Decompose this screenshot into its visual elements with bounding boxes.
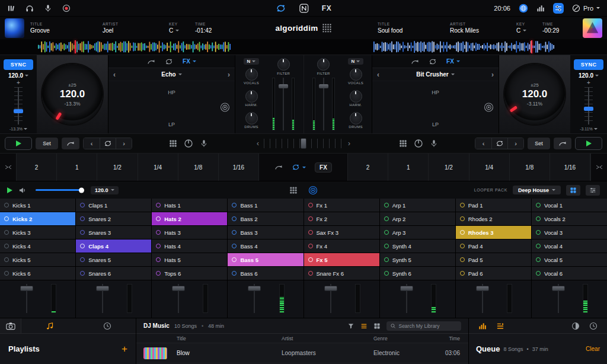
beat-length-1-4[interactable]: 1/4 xyxy=(469,154,510,181)
deck-b-album-art[interactable] xyxy=(583,18,602,38)
crossfader-right-arrow[interactable]: › xyxy=(348,140,350,147)
deck-a-quantize-button[interactable] xyxy=(62,138,79,149)
fader-handle[interactable] xyxy=(324,286,337,291)
beat-length-1-2[interactable]: 1/2 xyxy=(97,154,138,181)
deck-a-sync-button[interactable]: SYNC xyxy=(4,59,33,70)
looper-pad[interactable]: Fx 1 xyxy=(304,199,379,212)
fader-handle[interactable] xyxy=(476,286,489,291)
pitch-handle[interactable] xyxy=(584,107,593,111)
looper-pad[interactable]: Snares 5 xyxy=(76,253,151,267)
deck-b-play-button[interactable] xyxy=(575,137,602,150)
looper-pad[interactable]: Pad 1 xyxy=(456,199,531,212)
looper-pad[interactable]: Hats 5 xyxy=(152,253,227,267)
looper-pad[interactable]: Snares 3 xyxy=(76,226,151,240)
looper-pack-select[interactable]: Deep House xyxy=(513,186,561,194)
library-search[interactable] xyxy=(386,321,461,331)
looper-pad[interactable]: Hats 2 xyxy=(152,212,227,226)
deck-b-neural-button[interactable]: N xyxy=(348,58,364,65)
fader-handle[interactable] xyxy=(96,286,109,291)
header-title[interactable]: Title xyxy=(177,336,282,341)
pad-view-icon[interactable] xyxy=(289,186,298,194)
looper-pad[interactable]: Tops 6 xyxy=(152,267,227,280)
settings-icon[interactable] xyxy=(553,3,564,14)
header-time[interactable]: Time xyxy=(439,336,468,341)
record-icon[interactable] xyxy=(62,4,71,12)
deck-b-sync-button[interactable]: SYNC xyxy=(574,59,603,70)
looper-pad[interactable]: Vocal 3 xyxy=(532,226,607,240)
deck-b-harmonic-knob[interactable] xyxy=(350,90,362,103)
deck-b-quantize-button[interactable] xyxy=(554,138,571,149)
looper-pad[interactable]: Kicks 4 xyxy=(0,240,75,253)
quantize-icon[interactable] xyxy=(274,163,283,171)
looper-bpm-select[interactable]: 120.0 xyxy=(91,186,119,194)
track-row[interactable]: BlowLoopmastersElectronic03:06 xyxy=(136,343,468,363)
loop-halve-button[interactable]: ‹ xyxy=(475,138,491,149)
looper-pad[interactable]: Hats 4 xyxy=(152,240,227,253)
pads-icon[interactable] xyxy=(169,139,177,148)
deck-b-crossfade-assign[interactable] xyxy=(590,154,607,181)
add-playlist-button[interactable]: + xyxy=(122,344,127,354)
fx-beat-button[interactable]: FX xyxy=(315,162,332,173)
fader-handle[interactable] xyxy=(552,286,565,291)
gain-knob-icon[interactable] xyxy=(184,139,193,148)
pro-menu[interactable]: Pro xyxy=(572,4,600,12)
looper-play-button[interactable] xyxy=(7,187,12,193)
crossfader-handle[interactable] xyxy=(301,138,306,149)
beat-length-1-2[interactable]: 1/2 xyxy=(429,154,469,181)
fx-target-icon[interactable] xyxy=(220,103,230,113)
looper-pad[interactable]: Kicks 3 xyxy=(0,226,75,240)
deck-b-filter-knob[interactable] xyxy=(317,58,330,71)
deck-b-pitch-slider[interactable] xyxy=(582,87,595,124)
volume-handle[interactable] xyxy=(79,187,84,193)
loop-double-button[interactable]: › xyxy=(116,138,132,149)
deck-b-fx-xy-pad[interactable]: HP LP xyxy=(372,81,499,133)
looper-pad[interactable]: Vocals 2 xyxy=(532,212,607,226)
looper-pad[interactable]: Snares 2 xyxy=(76,212,151,226)
loop-in-icon[interactable] xyxy=(147,58,155,66)
camera-button[interactable] xyxy=(0,318,21,333)
streaming-globe-icon[interactable] xyxy=(519,4,528,13)
fader-handle[interactable] xyxy=(279,84,288,88)
loop-icon[interactable] xyxy=(165,58,173,66)
loop-in-icon[interactable] xyxy=(411,58,419,66)
fader-handle[interactable] xyxy=(20,286,33,291)
beat-length-1-8[interactable]: 1/8 xyxy=(178,154,219,181)
beat-length-1-4[interactable]: 1/4 xyxy=(138,154,178,181)
header-artist[interactable]: Artist xyxy=(282,336,373,341)
looper-pad[interactable]: Arp 3 xyxy=(380,226,455,240)
deck-b-cue-set-button[interactable]: Set xyxy=(528,138,550,149)
filter-icon[interactable] xyxy=(347,323,354,330)
looper-pad[interactable]: Rhodes 3 xyxy=(456,226,531,240)
deck-a-neural-button[interactable]: N xyxy=(244,58,260,65)
deck-b-jog-wheel[interactable]: ±25 120.0 -3.11% xyxy=(504,64,565,124)
deck-b-pitch-offset[interactable]: -3.11% xyxy=(580,127,598,131)
looper-pad[interactable]: Bass 1 xyxy=(228,199,303,212)
mic-icon[interactable] xyxy=(200,139,208,148)
deck-b-drums-knob[interactable] xyxy=(350,112,362,124)
looper-pad[interactable]: Vocal 4 xyxy=(532,240,607,253)
deck-a-harmonic-knob[interactable] xyxy=(245,90,258,103)
looper-pad[interactable]: Pad 5 xyxy=(456,253,531,267)
music-library-tab-icon[interactable] xyxy=(46,322,54,330)
looper-pad[interactable]: Snare Fx 6 xyxy=(304,267,379,280)
deck-a-fx-xy-pad[interactable]: HP LP xyxy=(108,81,235,133)
deck-a-fx-name[interactable]: Echo xyxy=(116,71,228,78)
deck-b-fx-toggle[interactable]: FX xyxy=(446,58,460,65)
deck-a-cue-set-button[interactable]: Set xyxy=(36,138,58,149)
loop-double-button[interactable]: › xyxy=(507,138,523,149)
looper-pad[interactable]: Fx 4 xyxy=(304,240,379,253)
crossfader-track[interactable] xyxy=(264,139,343,148)
looper-pad[interactable]: Bass 2 xyxy=(228,212,303,226)
fx-next-arrow[interactable]: › xyxy=(491,71,494,78)
deck-a-pitch-slider[interactable] xyxy=(12,87,25,124)
deck-a-volume-fader[interactable] xyxy=(279,78,288,130)
looper-pad[interactable]: Pad 4 xyxy=(456,240,531,253)
looper-pad[interactable]: Fx 2 xyxy=(304,212,379,226)
pad-grid-toggle[interactable] xyxy=(566,185,580,196)
looper-pad[interactable]: Fx 5 xyxy=(304,253,379,267)
looper-pad[interactable]: Snares 6 xyxy=(76,267,151,280)
beat-length-1[interactable]: 1 xyxy=(388,154,429,181)
header-genre[interactable]: Genre xyxy=(373,336,439,341)
deck-a-crossfade-assign[interactable] xyxy=(0,154,17,181)
looper-pad[interactable]: Claps 4 xyxy=(76,240,151,253)
